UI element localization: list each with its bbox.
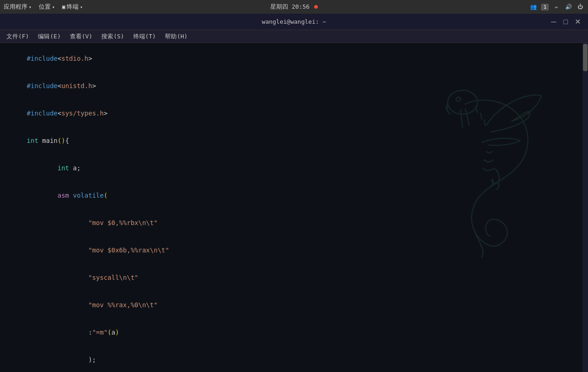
code-line-5: int a; xyxy=(4,154,584,182)
power-icon[interactable]: ⏻ xyxy=(576,3,584,11)
terminal-window: wanglei@wanglei: ~ ─ □ ✕ 文件(F) 编辑(E) 查看(… xyxy=(0,14,588,372)
close-button[interactable]: ✕ xyxy=(572,17,583,27)
system-datetime: 星期四 20:56 xyxy=(270,3,318,11)
code-area[interactable]: #include<stdio.h> #include<unistd.h> #in… xyxy=(0,43,588,372)
menu-bar: 文件(F) 编辑(E) 查看(V) 搜索(S) 终端(T) 帮助(H) xyxy=(0,30,588,43)
menu-edit[interactable]: 编辑(E) xyxy=(33,31,65,42)
code-line-7: "mov $0,%%rbx\n\t" xyxy=(4,209,584,236)
app-menu[interactable]: 应用程序 ▾ xyxy=(4,3,31,11)
code-line-10: "mov %%rax,%0\n\t" xyxy=(4,291,584,319)
terminal-icon: ▣ xyxy=(62,4,65,10)
code-line-12: ); xyxy=(4,346,584,372)
minimize-button[interactable]: ─ xyxy=(549,17,559,27)
dot-indicator xyxy=(314,5,318,9)
code-line-11: :"=m"(a) xyxy=(4,319,584,346)
code-line-8: "mov $0x6b,%%rax\n\t" xyxy=(4,236,584,264)
volume-icon: 🔊 xyxy=(564,3,572,11)
terminal-menu[interactable]: ▣ 终端 ▾ xyxy=(62,3,83,11)
chevron-down-icon: ▾ xyxy=(52,5,55,10)
chevron-down-icon: ▾ xyxy=(80,5,83,10)
menu-file[interactable]: 文件(F) xyxy=(2,31,33,42)
system-bar: 应用程序 ▾ 位置 ▾ ▣ 终端 ▾ 星期四 20:56 👥 1 ✏ 🔊 ⏻ xyxy=(0,0,588,14)
system-bar-right: 👥 1 ✏ 🔊 ⏻ xyxy=(529,3,584,11)
window-controls: ─ □ ✕ xyxy=(549,17,583,27)
scrollbar[interactable] xyxy=(583,43,588,372)
system-bar-left: 应用程序 ▾ 位置 ▾ ▣ 终端 ▾ xyxy=(4,3,83,11)
people-icon: 👥 xyxy=(529,3,537,11)
scrollbar-thumb[interactable] xyxy=(583,44,588,71)
terminal-titlebar: wanglei@wanglei: ~ ─ □ ✕ xyxy=(0,14,588,30)
maximize-button[interactable]: □ xyxy=(561,17,571,27)
menu-view[interactable]: 查看(V) xyxy=(65,31,97,42)
code-line-9: "syscall\n\t" xyxy=(4,264,584,291)
pen-icon: ✏ xyxy=(552,3,561,11)
code-line-1: #include<stdio.h> xyxy=(4,45,584,72)
workspace-badge: 1 xyxy=(541,4,549,10)
terminal-title: wanglei@wanglei: ~ xyxy=(262,18,326,25)
code-line-3: #include<sys/types.h> xyxy=(4,100,584,127)
menu-help[interactable]: 帮助(H) xyxy=(160,31,192,42)
menu-search[interactable]: 搜索(S) xyxy=(97,31,128,42)
code-line-2: #include<unistd.h> xyxy=(4,72,584,100)
code-line-6: asm volatile( xyxy=(4,182,584,209)
chevron-down-icon: ▾ xyxy=(29,5,31,10)
position-menu[interactable]: 位置 ▾ xyxy=(39,3,55,11)
menu-terminal[interactable]: 终端(T) xyxy=(129,31,160,42)
code-line-4: int main(){ xyxy=(4,127,584,154)
